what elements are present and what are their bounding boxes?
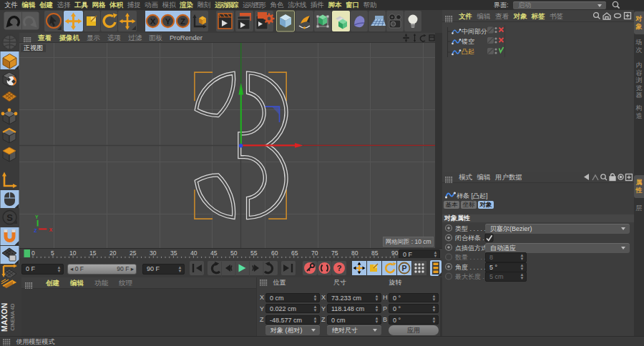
svg-text:Y: Y: [165, 17, 171, 26]
svg-text:70: 70: [311, 249, 318, 257]
svg-text:Z: Z: [180, 17, 185, 26]
svg-text:90: 90: [391, 249, 399, 257]
svg-text:S: S: [6, 212, 13, 223]
svg-text:75: 75: [331, 249, 338, 257]
svg-text:80: 80: [351, 249, 358, 257]
svg-text:X: X: [150, 17, 156, 26]
svg-text:85: 85: [371, 249, 379, 257]
svg-text:X: X: [49, 227, 53, 232]
svg-text:Y: Y: [35, 214, 39, 219]
svg-text:65: 65: [291, 249, 298, 257]
svg-text:P: P: [401, 264, 406, 272]
svg-text:Z: Z: [34, 228, 38, 233]
svg-text:?: ?: [337, 264, 342, 272]
svg-text:60: 60: [271, 249, 278, 257]
